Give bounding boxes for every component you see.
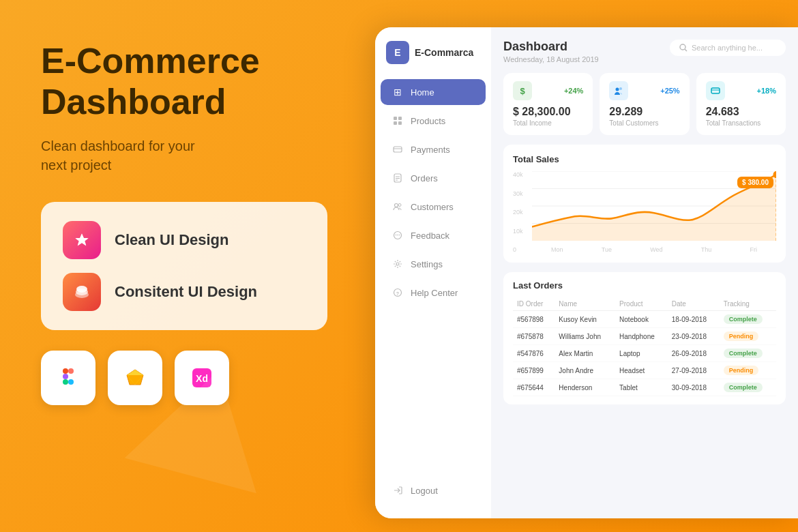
chart-x-labels: MonTueWedThuFri: [532, 246, 776, 253]
svg-rect-17: [394, 121, 397, 125]
status-badge: Pending: [724, 331, 759, 341]
col-name: Name: [555, 297, 615, 311]
payments-icon: [391, 143, 404, 156]
search-placeholder: Search anything he...: [692, 44, 763, 52]
help-icon: ?: [391, 286, 404, 299]
order-status: Complete: [720, 345, 776, 362]
svg-point-8: [68, 379, 74, 385]
income-label: Total Income: [513, 119, 583, 127]
order-product: Handphone: [615, 328, 668, 345]
svg-rect-15: [394, 117, 397, 120]
stats-row: $ +24% $ 28,300.00 Total Income: [503, 73, 786, 135]
nav-item-customers[interactable]: Customers: [381, 194, 486, 220]
transactions-stat-icon: [706, 81, 725, 100]
order-name: Alex Martin: [555, 345, 615, 362]
customers-value: 29.289: [609, 106, 679, 118]
orders-icon: [391, 172, 404, 184]
stat-card-customers: +25% 29.289 Total Customers: [600, 73, 689, 135]
clean-ui-icon: [63, 221, 101, 259]
order-status: Complete: [720, 379, 776, 396]
feature-label-2: Consitent UI Design: [115, 283, 257, 301]
nav-label-feedback: Feedback: [411, 231, 449, 241]
order-id: #547876: [513, 345, 555, 362]
dashboard-panel: E E-Commarca ⊞ Home Products: [375, 27, 798, 518]
nav-item-settings[interactable]: Settings: [381, 251, 486, 277]
main-title: E-Commerce Dashboard: [41, 41, 368, 123]
svg-rect-5: [68, 368, 74, 374]
transactions-badge: +18%: [757, 87, 776, 95]
customers-label: Total Customers: [609, 119, 679, 127]
svg-rect-16: [398, 117, 402, 120]
chart-y-labels: 40k30k20k10k0: [513, 171, 532, 253]
orders-title: Last Orders: [513, 280, 776, 291]
income-icon: $: [513, 81, 532, 100]
transactions-label: Total Transactions: [706, 119, 776, 127]
order-date: 30-09-2018: [668, 379, 720, 396]
features-card: Clean UI Design Consitent UI Design: [41, 202, 327, 330]
svg-rect-4: [63, 368, 68, 374]
chart-svg-wrap: $ 380.00: [532, 171, 776, 241]
dash-header: Dashboard Wednesday, 18 August 2019 Sear…: [503, 40, 786, 63]
feature-item-2: Consitent UI Design: [63, 273, 306, 311]
order-id: #657899: [513, 362, 555, 379]
nav-item-feedback[interactable]: Feedback: [381, 222, 486, 248]
search-box[interactable]: Search anything he...: [670, 40, 786, 56]
main-content: Dashboard Wednesday, 18 August 2019 Sear…: [491, 27, 798, 518]
table-row[interactable]: #547876 Alex Martin Laptop 26-09-2018 Co…: [513, 345, 776, 362]
dash-title: Dashboard: [503, 40, 599, 54]
svg-text:?: ?: [396, 291, 399, 296]
order-name: Henderson: [555, 379, 615, 396]
svg-point-25: [395, 204, 398, 207]
nav-item-help[interactable]: ? Help Center: [381, 280, 486, 306]
table-row[interactable]: #675878 Williams John Handphone 23-09-20…: [513, 328, 776, 345]
table-row[interactable]: #675644 Henderson Tablet 30-09-2018 Comp…: [513, 379, 776, 396]
price-tooltip: $ 380.00: [737, 177, 773, 188]
status-badge: Complete: [724, 349, 763, 358]
nav-label-payments: Payments: [411, 145, 450, 155]
svg-point-35: [680, 44, 685, 50]
table-row[interactable]: #657899 John Andre Headset 27-09-2018 Pe…: [513, 362, 776, 379]
home-icon: ⊞: [391, 86, 404, 98]
order-product: Notebook: [615, 311, 668, 328]
logout-icon: [391, 484, 404, 497]
nav-label-help: Help Center: [411, 288, 458, 298]
svg-point-31: [396, 263, 399, 265]
order-product: Laptop: [615, 345, 668, 362]
feature-label-1: Clean UI Design: [115, 231, 228, 249]
status-badge: Pending: [724, 366, 759, 375]
orders-table: ID Order Name Product Date Tracking #567…: [513, 297, 776, 396]
nav-item-home[interactable]: ⊞ Home: [381, 79, 486, 105]
status-badge: Complete: [724, 314, 763, 324]
nav-item-orders[interactable]: Orders: [381, 165, 486, 191]
nav-label-logout: Logout: [411, 486, 438, 496]
nav-item-logout[interactable]: Logout: [381, 477, 486, 503]
nav-item-products[interactable]: Products: [381, 108, 486, 134]
order-date: 23-09-2018: [668, 328, 720, 345]
table-row[interactable]: #567898 Kusoy Kevin Notebook 18-09-2018 …: [513, 311, 776, 328]
transactions-value: 24.683: [706, 106, 776, 118]
chart-section: Total Sales 40k30k20k10k0: [503, 145, 786, 263]
chart-title: Total Sales: [513, 154, 776, 164]
nav-item-payments[interactable]: Payments: [381, 136, 486, 162]
customers-icon: [391, 201, 404, 213]
income-value: $ 28,300.00: [513, 106, 583, 118]
income-badge: +24%: [564, 87, 583, 95]
order-date: 27-09-2018: [668, 362, 720, 379]
order-id: #675644: [513, 379, 555, 396]
col-product: Product: [615, 297, 668, 311]
settings-icon: [391, 258, 404, 270]
consistent-ui-icon: [63, 273, 101, 311]
brand-avatar: E: [386, 41, 409, 64]
order-name: John Andre: [555, 362, 615, 379]
svg-point-28: [396, 235, 397, 236]
search-icon: [679, 44, 688, 52]
svg-point-38: [619, 87, 622, 90]
col-id: ID Order: [513, 297, 555, 311]
svg-point-26: [398, 204, 401, 207]
nav-label-settings: Settings: [411, 259, 443, 269]
order-name: Williams John: [555, 328, 615, 345]
svg-point-29: [397, 235, 398, 236]
svg-line-36: [685, 49, 687, 51]
order-id: #567898: [513, 311, 555, 328]
status-badge: Complete: [724, 383, 763, 392]
